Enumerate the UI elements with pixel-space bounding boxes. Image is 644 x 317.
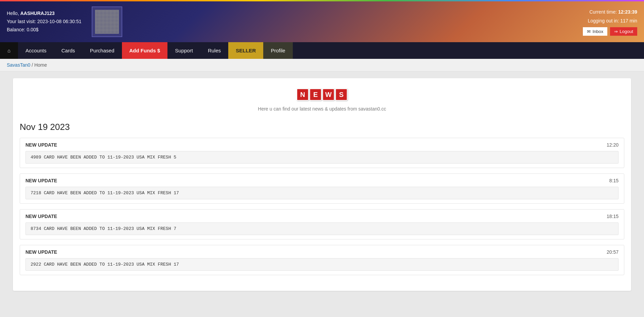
breadcrumb: SavasTan0 / Home (0, 59, 644, 71)
header: Hello, AASHURAJ123 Your last visit: 2023… (0, 1, 644, 59)
greeting-line: Hello, AASHURAJ123 (7, 10, 82, 18)
current-time-value: 12:23:39 (618, 9, 637, 15)
balance-label: Balance: (7, 27, 26, 32)
logout-countdown-line: Logging out in: 117 min (583, 17, 637, 25)
nav-home[interactable]: ⌂ (0, 42, 18, 59)
logout-icon (614, 29, 618, 34)
nav-support[interactable]: Support (167, 42, 200, 59)
news-item-4-title: NEW UPDATE (25, 249, 57, 255)
news-item-1-title: NEW UPDATE (25, 142, 57, 148)
greeting-text: Hello, (7, 11, 20, 16)
last-visit-value: 2023-10-08 06:30:51 (37, 19, 82, 24)
nav-profile[interactable]: Profile (263, 42, 293, 59)
logout-label: Logout (620, 29, 633, 34)
nav-cards[interactable]: Cards (54, 42, 83, 59)
news-letter-e: E (309, 88, 322, 101)
last-visit-line: Your last visit: 2023-10-08 06:30:51 (7, 18, 82, 26)
content-card: N E W S Here u can find our latest news … (13, 78, 631, 291)
user-info: Hello, AASHURAJ123 Your last visit: 2023… (7, 10, 82, 34)
news-date: Nov 19 2023 (20, 122, 624, 132)
inbox-label: Inbox (592, 29, 603, 34)
news-title: N E W S (20, 88, 624, 101)
logout-unit: min (628, 18, 637, 23)
news-letter-s: S (335, 88, 347, 101)
logout-minutes: 117 (620, 18, 628, 23)
news-item-2-title: NEW UPDATE (25, 178, 57, 183)
home-icon: ⌂ (7, 48, 11, 53)
news-item-2: NEW UPDATE 8:15 7218 CARD HAVE BEEN ADDE… (20, 173, 624, 204)
username: AASHURAJ123 (20, 11, 55, 16)
news-item-2-body: 7218 CARD HAVE BEEN ADDED TO 11-19-2023 … (25, 187, 619, 199)
logout-prefix: Logging out in: (588, 18, 620, 23)
envelope-icon (587, 29, 591, 34)
news-item-3-body: 8734 CARD HAVE BEEN ADDED TO 11-19-2023 … (25, 222, 619, 235)
header-right-info: Current time: 12:23:39 Logging out in: 1… (583, 8, 637, 35)
qr-code (92, 6, 122, 37)
breadcrumb-site-link[interactable]: SavasTan0 (7, 62, 30, 68)
news-item-3-time: 18:15 (607, 214, 619, 219)
news-item-1-body: 4989 CARD HAVE BEEN ADDED TO 11-19-2023 … (25, 151, 619, 164)
balance-value: 0.00$ (26, 27, 38, 32)
breadcrumb-current: Home (34, 62, 47, 68)
nav-rules[interactable]: Rules (200, 42, 228, 59)
news-letter-n: N (297, 88, 309, 101)
news-item-4: NEW UPDATE 20:57 2922 CARD HAVE BEEN ADD… (20, 245, 624, 275)
news-subtitle: Here u can find our latest news & update… (20, 106, 624, 112)
breadcrumb-separator: / (30, 62, 34, 68)
last-visit-label: Your last visit: (7, 19, 37, 24)
news-item-2-time: 8:15 (609, 178, 619, 183)
current-time-line: Current time: 12:23:39 (583, 8, 637, 16)
news-item-4-body: 2922 CARD HAVE BEEN ADDED TO 11-19-2023 … (25, 258, 619, 271)
news-item-1-time: 12:20 (607, 142, 619, 148)
news-item-3: NEW UPDATE 18:15 8734 CARD HAVE BEEN ADD… (20, 209, 624, 239)
nav-add-funds[interactable]: Add Funds $ (122, 42, 168, 59)
nav-accounts[interactable]: Accounts (18, 42, 54, 59)
main-content: N E W S Here u can find our latest news … (6, 71, 638, 298)
logout-button[interactable]: Logout (610, 27, 637, 36)
news-item-3-title: NEW UPDATE (25, 214, 57, 219)
main-nav: ⌂ Accounts Cards Purchased Add Funds $ S… (0, 42, 644, 59)
current-time-label: Current time: (589, 9, 618, 15)
news-item-1: NEW UPDATE 12:20 4989 CARD HAVE BEEN ADD… (20, 138, 624, 168)
news-item-4-time: 20:57 (607, 249, 619, 255)
news-letter-w: W (322, 88, 335, 101)
nav-purchased[interactable]: Purchased (83, 42, 122, 59)
nav-seller[interactable]: SELLER (228, 42, 263, 59)
balance-line: Balance: 0.00$ (7, 26, 82, 34)
inbox-button[interactable]: Inbox (583, 27, 607, 36)
